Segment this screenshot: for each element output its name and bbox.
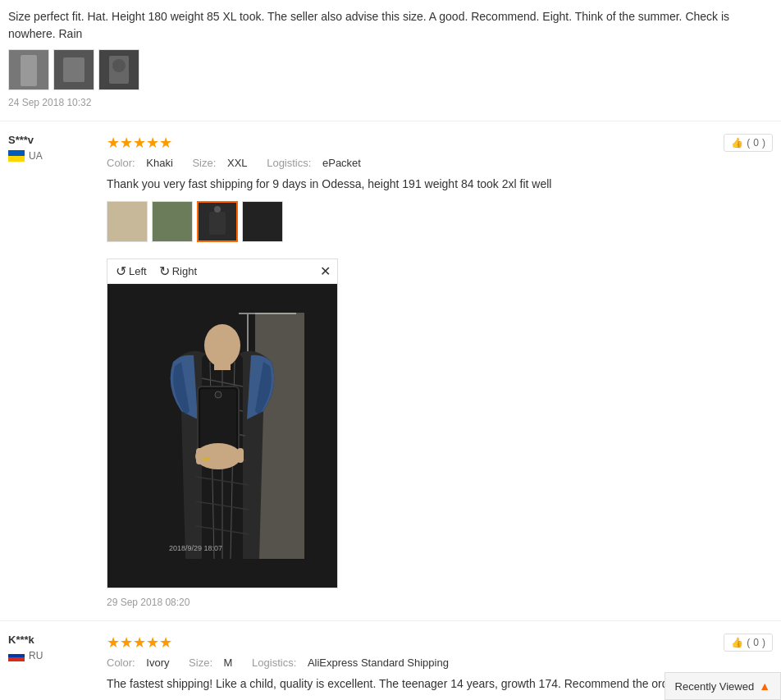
svg-point-17 [215, 391, 222, 398]
svg-point-5 [214, 206, 221, 213]
reviewer-name-2: K***k [8, 634, 107, 646]
partial-review-text: Size perfect fit. Hat. Height 180 weight… [8, 8, 773, 43]
svg-rect-20 [203, 446, 209, 464]
image-viewer-1: ↺ Left ↻ Right ✕ [107, 258, 338, 588]
helpful-count-val-2: 0 [753, 637, 759, 648]
size-label-1: Size: XXL [192, 157, 255, 169]
stars-1: ★ ★ ★ ★ ★ [107, 134, 773, 152]
recently-viewed-arrow-icon: ▲ [759, 679, 770, 693]
viewer-image-area: 2018/9/29 18:07 [107, 284, 337, 588]
helpful-paren-open-2: ( [747, 637, 750, 648]
review-content-1: ★ ★ ★ ★ ★ Color: Khaki Size: XXL Logisti… [107, 134, 773, 608]
reviewer-info-2: K***k RU [8, 634, 107, 700]
rotate-right-btn[interactable]: ↻ Right [159, 263, 197, 279]
svg-rect-19 [196, 448, 203, 464]
star-3: ★ [133, 134, 146, 152]
reviewer-country-2: RU [8, 650, 107, 661]
svg-rect-4 [209, 212, 226, 235]
review-container: Size perfect fit. Hat. Height 180 weight… [0, 0, 781, 700]
review-meta-1: Color: Khaki Size: XXL Logistics: ePacke… [107, 157, 773, 169]
rotate-left-icon: ↺ [116, 263, 126, 279]
review-item-1: S***v UA ★ ★ ★ ★ ★ Color: Khaki Size: XX… [0, 121, 781, 621]
recently-viewed-btn[interactable]: Recently Viewed ▲ [665, 672, 781, 700]
left-label: Left [129, 265, 147, 277]
svg-rect-21 [237, 448, 244, 463]
thumbs-up-icon-2: 👍 [731, 637, 743, 648]
review-thumb-1-4[interactable] [242, 201, 283, 242]
reviewer-info-1: S***v UA [8, 134, 107, 608]
viewer-close-btn[interactable]: ✕ [320, 263, 331, 279]
review-text-1: Thank you very fast shipping for 9 days … [107, 176, 773, 193]
partial-thumb-2[interactable] [53, 49, 94, 90]
svg-rect-1 [63, 57, 84, 82]
star-2-4: ★ [146, 634, 159, 652]
flag-icon-ua [8, 150, 25, 162]
star-2-5: ★ [159, 634, 172, 652]
review-thumb-1-2[interactable] [152, 201, 193, 242]
recently-viewed-label: Recently Viewed [675, 680, 755, 693]
star-2-3: ★ [133, 634, 146, 652]
partial-thumb-1[interactable] [8, 49, 49, 90]
star-2-2: ★ [120, 634, 133, 652]
review-images-1 [107, 201, 773, 242]
viewer-controls: ↺ Left ↻ Right ✕ [107, 259, 337, 284]
star-5: ★ [159, 134, 172, 152]
size-label-2: Size: M [189, 657, 240, 669]
review-date-1: 29 Sep 2018 08:20 [107, 597, 773, 608]
right-label: Right [172, 265, 197, 277]
logistics-label-1: Logistics: ePacket [267, 157, 369, 169]
reviewer-name-1: S***v [8, 134, 107, 146]
star-2-1: ★ [107, 634, 120, 652]
reviewer-country-1: UA [8, 150, 107, 162]
flag-icon-ru [8, 650, 25, 661]
partial-review-images [8, 49, 773, 90]
svg-text:2018/9/29  18:07: 2018/9/29 18:07 [169, 544, 222, 552]
helpful-button-1[interactable]: 👍 (0) [724, 134, 773, 152]
country-code-2: RU [29, 650, 43, 661]
color-label-1: Color: Khaki [107, 157, 181, 169]
partial-review-date: 24 Sep 2018 10:32 [8, 97, 773, 108]
star-4: ★ [146, 134, 159, 152]
svg-rect-22 [203, 457, 209, 460]
svg-rect-0 [21, 55, 37, 86]
helpful-count-val-1: 0 [753, 137, 759, 149]
svg-point-3 [112, 59, 126, 72]
partial-thumb-3[interactable] [98, 49, 139, 90]
country-code-1: UA [29, 150, 43, 162]
star-1: ★ [107, 134, 120, 152]
logistics-label-2: Logistics: AliExpress Standard Shipping [252, 657, 457, 669]
svg-rect-14 [214, 358, 231, 370]
helpful-button-2[interactable]: 👍 (0) [724, 634, 773, 652]
review-meta-2: Color: Ivory Size: M Logistics: AliExpre… [107, 657, 773, 669]
rotate-right-icon: ↻ [159, 263, 170, 279]
star-2: ★ [120, 134, 133, 152]
stars-2: ★ ★ ★ ★ ★ [107, 634, 773, 652]
partial-review: Size perfect fit. Hat. Height 180 weight… [0, 8, 781, 121]
review-thumb-1-3[interactable] [197, 201, 238, 242]
color-label-2: Color: Ivory [107, 657, 177, 669]
rotate-left-btn[interactable]: ↺ Left [116, 263, 147, 279]
helpful-count-1: ( [747, 137, 750, 149]
thumbs-up-icon-1: 👍 [731, 137, 743, 149]
review-thumb-1-1[interactable] [107, 201, 148, 242]
